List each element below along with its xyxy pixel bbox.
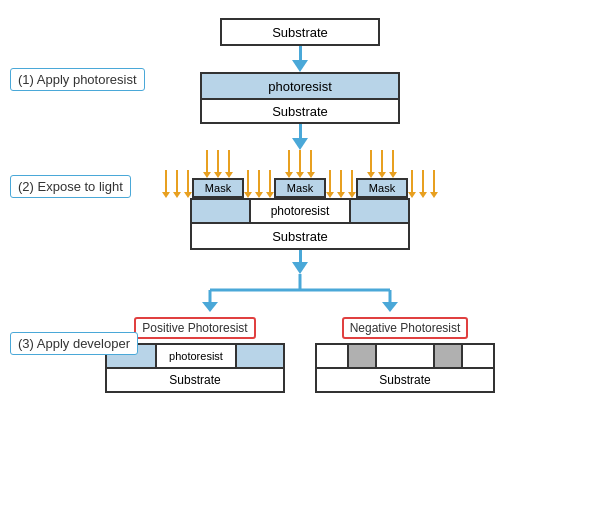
arrow1 — [292, 46, 308, 72]
photoresist-label1: photoresist — [268, 79, 332, 94]
bottom-results: Positive Photoresist photoresist Substra… — [0, 317, 600, 393]
svg-marker-5 — [382, 302, 398, 312]
substrate-top-label: Substrate — [272, 25, 328, 40]
step2-label: (2) Expose to light — [10, 175, 131, 198]
ray — [266, 170, 274, 198]
mask-label2: Mask — [287, 182, 313, 194]
ray — [430, 170, 438, 198]
mask-box2: Mask — [274, 178, 326, 198]
mask-group3: Mask — [356, 150, 408, 198]
photoresist-box1: photoresist — [200, 72, 400, 98]
substrate-label3: Substrate — [272, 229, 328, 244]
ray — [255, 170, 263, 198]
ray — [244, 170, 252, 198]
negative-diagram: Substrate — [315, 343, 495, 393]
positive-label: Positive Photoresist — [134, 317, 255, 339]
ray — [296, 150, 304, 178]
ray — [326, 170, 334, 198]
ray — [162, 170, 170, 198]
arrow2 — [292, 124, 308, 150]
split-arrow — [150, 274, 450, 312]
negative-label: Negative Photoresist — [342, 317, 469, 339]
ray — [225, 150, 233, 178]
ray — [307, 150, 315, 178]
step1-label: (1) Apply photoresist — [10, 68, 145, 91]
mask-group1: Mask — [192, 150, 244, 198]
ray — [367, 150, 375, 178]
substrate-top-box: Substrate — [220, 18, 380, 46]
mask-group2: Mask — [274, 150, 326, 198]
substrate-box3: Substrate — [190, 224, 410, 250]
svg-marker-4 — [202, 302, 218, 312]
light-section: Mask Mask — [162, 150, 438, 198]
ray — [408, 170, 416, 198]
substrate-neg-label: Substrate — [317, 369, 493, 391]
ray — [173, 170, 181, 198]
ray — [214, 150, 222, 178]
ray — [389, 150, 397, 178]
ray — [378, 150, 386, 178]
arrow3 — [292, 250, 308, 274]
positive-column: Positive Photoresist photoresist Substra… — [105, 317, 285, 393]
mask-label1: Mask — [205, 182, 231, 194]
mask-label3: Mask — [369, 182, 395, 194]
step3-label: (3) Apply developer — [10, 332, 138, 355]
photoresist-exposed: photoresist — [251, 200, 350, 222]
substrate-pos-label: Substrate — [107, 369, 283, 391]
substrate-label2: Substrate — [272, 104, 328, 119]
ray — [337, 170, 345, 198]
mask-box1: Mask — [192, 178, 244, 198]
ray — [203, 150, 211, 178]
ray — [419, 170, 427, 198]
substrate-box2: Substrate — [200, 98, 400, 124]
ray — [348, 170, 356, 198]
ray — [285, 150, 293, 178]
diagram: Substrate (1) Apply photoresist photores… — [0, 0, 600, 521]
mask-box3: Mask — [356, 178, 408, 198]
negative-column: Negative Photoresist Substrate — [315, 317, 495, 393]
exposed-stack: photoresist Substrate — [190, 198, 410, 250]
ray — [184, 170, 192, 198]
photoresist-pos-label: photoresist — [157, 345, 237, 367]
